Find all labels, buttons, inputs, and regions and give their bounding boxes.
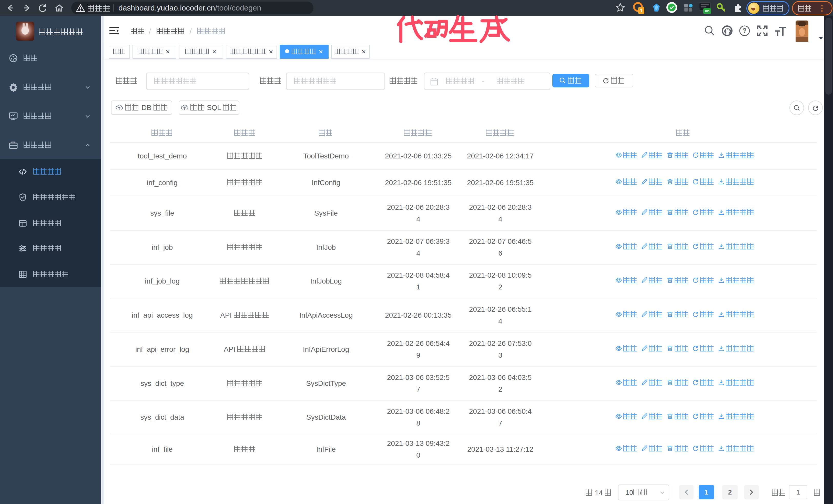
svg-text:?: ? bbox=[742, 27, 747, 34]
svg-text:on: on bbox=[705, 9, 710, 13]
